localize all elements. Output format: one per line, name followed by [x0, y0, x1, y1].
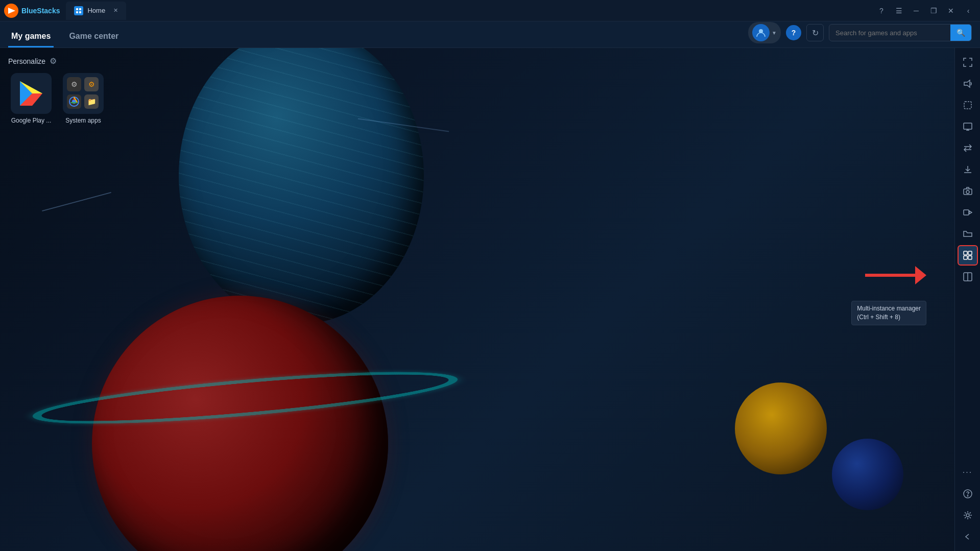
volume-btn[interactable] — [958, 74, 978, 94]
personalize-row: Personalize ⚙ — [8, 56, 155, 66]
system-apps-label: System apps — [65, 117, 101, 124]
title-bar: BlueStacks Home ✕ ? ☰ ─ ❐ ✕ ‹ — [0, 0, 980, 21]
refresh-button[interactable]: ↻ — [806, 24, 824, 41]
system-apps-icon-wrapper: ⚙ ⚙ 📁 — [63, 73, 104, 114]
tab-my-games[interactable]: My games — [8, 27, 54, 47]
content-area: Personalize ⚙ Google Play ... — [0, 48, 954, 551]
apps-grid: Google Play ... ⚙ ⚙ — [8, 73, 155, 124]
expand-btn[interactable] — [958, 52, 978, 73]
tune-icon: ⚙ — [50, 56, 57, 66]
title-bar-controls: ? ☰ ─ ❐ ✕ ‹ — [874, 3, 976, 18]
help-circle-button[interactable]: ? — [786, 25, 801, 40]
svg-rect-3 — [79, 8, 81, 10]
svg-rect-25 — [964, 256, 967, 259]
google-play-icon — [18, 80, 44, 107]
multi-instance-btn[interactable] — [958, 245, 978, 266]
svg-point-20 — [966, 190, 969, 194]
arrow-annotation — [865, 265, 926, 285]
svg-point-31 — [966, 514, 969, 517]
tab-label: Home — [87, 7, 105, 14]
avatar-button[interactable] — [752, 24, 770, 41]
svg-rect-5 — [79, 11, 81, 13]
multi-instance-tooltip: Multi-instance manager (Ctrl + Shift + 8… — [851, 301, 926, 325]
brand-name: BlueStacks — [21, 7, 60, 15]
tooltip-line1: Multi-instance manager — [857, 304, 921, 313]
planet-top — [179, 48, 424, 324]
dropdown-arrow-icon: ▼ — [772, 30, 777, 36]
tab-game-center[interactable]: Game center — [66, 27, 122, 47]
svg-rect-4 — [76, 11, 78, 13]
svg-point-30 — [967, 495, 968, 496]
more-icon: ··· — [963, 468, 972, 477]
settings-sub-icon: ⚙ — [67, 77, 81, 91]
folder-sub-icon: 📁 — [84, 94, 99, 109]
tab-my-games-label: My games — [11, 32, 51, 41]
deco-line-1 — [42, 192, 111, 211]
help-sidebar-btn[interactable] — [958, 484, 978, 504]
tab-icon — [74, 6, 83, 15]
search-button[interactable]: 🔍 — [950, 25, 971, 41]
svg-rect-15 — [964, 123, 972, 129]
more-btn[interactable]: ··· — [958, 462, 978, 483]
personalize-label: Personalize — [8, 57, 45, 65]
tab-close-icon[interactable]: ✕ — [113, 7, 118, 14]
folder-btn[interactable] — [958, 224, 978, 244]
gear-sub-icon: ⚙ — [84, 77, 99, 91]
search-bar: 🔍 — [829, 24, 972, 41]
svg-rect-24 — [968, 251, 972, 255]
google-play-icon-wrapper — [11, 73, 52, 114]
svg-marker-22 — [969, 211, 972, 214]
menu-button[interactable]: ☰ — [891, 3, 906, 18]
app-item-google-play[interactable]: Google Play ... — [8, 73, 54, 124]
main-area: Personalize ⚙ Google Play ... — [0, 48, 980, 551]
minimize-button[interactable]: ─ — [909, 3, 924, 18]
svg-rect-14 — [964, 102, 971, 109]
app-item-system-apps[interactable]: ⚙ ⚙ 📁 — [60, 73, 106, 124]
planet-small — [735, 382, 827, 474]
tooltip-line2: (Ctrl + Shift + 8) — [857, 313, 921, 322]
install-btn[interactable] — [958, 159, 978, 180]
svg-rect-21 — [964, 210, 969, 215]
apps-panel: Personalize ⚙ Google Play ... — [0, 48, 163, 132]
system-apps-icon-grid: ⚙ ⚙ 📁 — [67, 77, 100, 110]
tab-game-center-label: Game center — [69, 32, 118, 41]
svg-rect-2 — [76, 8, 78, 10]
transfer-btn[interactable] — [958, 138, 978, 158]
planet-large — [92, 296, 388, 551]
help-button[interactable]: ? — [874, 3, 889, 18]
svg-rect-26 — [968, 256, 972, 259]
nav-right: ▼ ? ↻ 🔍 — [748, 22, 972, 47]
avatar-dropdown[interactable]: ▼ — [748, 22, 781, 43]
screen-btn[interactable] — [958, 116, 978, 137]
back-arrow-button[interactable]: ‹ — [961, 3, 976, 18]
svg-marker-13 — [964, 80, 970, 87]
logo-area: BlueStacks — [4, 4, 60, 18]
close-button[interactable]: ✕ — [943, 3, 959, 18]
chrome-sub-icon — [67, 94, 81, 109]
camera-btn[interactable] — [958, 181, 978, 201]
settings-sidebar-btn[interactable] — [958, 505, 978, 525]
dashed-rect-btn[interactable] — [958, 95, 978, 115]
split-btn[interactable] — [958, 267, 978, 287]
record-btn[interactable] — [958, 202, 978, 223]
right-sidebar: ··· — [954, 48, 980, 551]
search-input[interactable] — [829, 26, 950, 40]
home-tab[interactable]: Home ✕ — [66, 2, 126, 20]
maximize-button[interactable]: ❐ — [926, 3, 941, 18]
svg-rect-23 — [964, 251, 967, 255]
nav-bar: My games Game center ▼ ? ↻ 🔍 — [0, 21, 980, 48]
back-sidebar-btn[interactable] — [958, 526, 978, 547]
red-arrow — [865, 265, 926, 285]
google-play-label: Google Play ... — [11, 117, 52, 124]
bluestacks-logo — [4, 4, 18, 18]
planet-small-2 — [832, 439, 903, 510]
